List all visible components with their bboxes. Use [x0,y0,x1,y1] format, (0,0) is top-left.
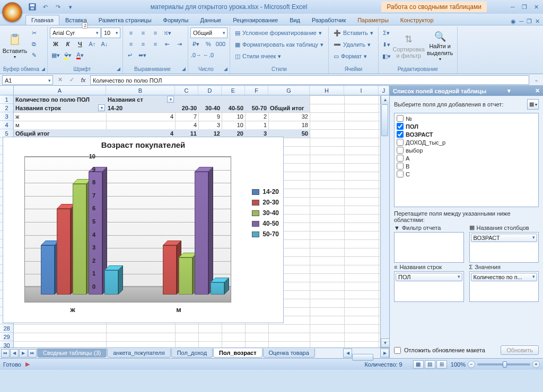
percent[interactable]: % [203,39,214,49]
office-button[interactable] [2,2,22,22]
ribbon-tab-5[interactable]: Рецензирование [227,15,284,25]
pane-drop[interactable]: ▾ [507,87,511,94]
zoom-slider[interactable] [477,363,530,366]
currency[interactable]: ₽▾ [190,39,202,49]
field-check-5[interactable] [397,155,404,162]
field-label-6[interactable]: В [406,163,409,170]
col-header-J[interactable]: J [379,86,389,95]
cell-r3c5[interactable]: 2 [245,112,268,121]
sheet-tab-0[interactable]: Сводные таблицы (3) [37,349,107,358]
field-check-1[interactable] [397,123,404,130]
delete-cells[interactable]: ➖Удалить▾ [331,39,376,50]
layout-options[interactable]: ▦ [527,99,539,110]
scroll-up[interactable]: ▲ [381,95,389,104]
field-check-2[interactable] [397,131,404,138]
inc-decimal[interactable]: .0→ [190,50,202,60]
col-header-A[interactable]: A [14,86,106,95]
qat-more[interactable]: ▾ [65,2,76,12]
help-icon[interactable]: ◉ [511,18,516,25]
cell-r3c6[interactable]: 32 [268,112,310,121]
cell-r4c4[interactable]: 10 [222,121,245,129]
field-label-3[interactable]: ДОХОД_тыс_р [406,139,445,146]
zoom-in[interactable]: + [532,361,540,368]
insert-cells[interactable]: ➕Вставить▾ [331,28,376,38]
vscroll-track[interactable] [381,104,389,338]
align-left[interactable]: ≡ [125,39,137,49]
view-page-break[interactable]: ⊞ [436,360,447,369]
window-close[interactable]: ✕ [531,4,541,11]
col-header-G[interactable]: G [268,86,310,95]
borders-button[interactable]: ▦▾ [50,50,62,60]
col-header-F[interactable]: F [245,86,268,95]
pane-close[interactable]: ✕ [535,87,540,94]
copy-button[interactable]: ⧉ [28,39,40,49]
area-rows[interactable]: ПОЛ [394,271,464,302]
doc-close[interactable]: ✕ [535,18,540,25]
row-header-28[interactable]: 28 [0,324,13,333]
field-label-7[interactable]: С [406,171,410,177]
autosum[interactable]: Σ▾ [381,28,392,38]
font-name-combo[interactable]: Arial Cyr [50,28,101,38]
field-check-0[interactable] [397,115,404,122]
ribbon-tab-8[interactable]: Параметры [352,15,395,25]
expand-formula-bar[interactable]: ⌄ [531,75,541,85]
cell-r3c1[interactable]: 4 [106,112,175,121]
zoom-level[interactable]: 100% [451,361,466,368]
field-check-3[interactable] [397,139,404,146]
cell-r1c0[interactable]: Количество по полю ПОЛ [14,95,106,104]
clear[interactable]: ◧▾ [381,51,392,61]
format-as-table[interactable]: ▦Форматировать как таблицу▾ [232,39,326,50]
cell-r2c0[interactable]: Названия строк [14,104,106,112]
clipboard-dialog[interactable]: ◢ [41,66,45,72]
row-header-2[interactable]: 2 [0,104,13,112]
cell-r2c2[interactable]: 20-30 [175,104,198,112]
rows-item[interactable]: ПОЛ [396,273,462,281]
indent-inc[interactable]: ⇥ [174,39,186,49]
col-header-C[interactable]: C [175,86,198,95]
col-header-D[interactable]: D [198,86,222,95]
font-color[interactable]: A▾ [74,50,86,60]
format-painter[interactable]: ✎ [28,50,40,60]
update-button[interactable]: Обновить [501,345,539,355]
ribbon-tab-7[interactable]: Разработчик [306,15,352,25]
indent-dec[interactable]: ⇤ [162,39,173,49]
sort-filter[interactable]: ⇅ Сортировка и фильтр [394,28,424,66]
align-middle[interactable]: ≡ [137,28,149,38]
embedded-chart[interactable]: Возраст покупателей жм 14-2020-3030-4040… [3,137,284,323]
scroll-left[interactable]: ◀ [343,349,352,358]
formula-input[interactable]: Количество по полю ПОЛ [90,75,529,85]
tab-prev[interactable]: ◀ [10,349,19,358]
comma-style[interactable]: 000 [215,39,226,49]
underline-button[interactable]: Ч [74,39,86,49]
align-center[interactable]: ≡ [137,39,149,49]
doc-restore[interactable]: ❐ [527,18,532,25]
dec-decimal[interactable]: ←.0 [203,50,214,60]
align-bottom[interactable]: ≡ [150,28,161,38]
row-header-30[interactable]: 30 [0,341,13,348]
field-label-4[interactable]: выбор [406,147,423,154]
qat-save[interactable] [27,2,38,12]
tab-last[interactable]: ⏭ [28,349,37,358]
align-dialog[interactable]: ◢ [182,66,186,72]
align-top[interactable]: ≡ [125,28,137,38]
ribbon-tab-0[interactable]: Главная [25,15,59,25]
cell-r4c5[interactable]: 1 [245,121,268,129]
field-label-2[interactable]: ВОЗРАСТ [406,131,433,138]
cell-r3c0[interactable]: ж [14,112,106,121]
area-cols[interactable]: ВОЗРАСТ [469,232,539,263]
sheet-tab-3[interactable]: Пол_возраст [213,349,262,358]
cell-r4c0[interactable]: м [14,121,106,129]
cell-r3c3[interactable]: 9 [198,112,222,121]
col-header-B[interactable]: B [106,86,175,95]
grow-font[interactable]: A↑ [86,39,98,49]
field-label-1[interactable]: ПОЛ [406,123,418,130]
ribbon-tab-4[interactable]: Данные [194,15,227,25]
zoom-out[interactable]: − [468,361,475,368]
number-format-combo[interactable]: Общий [190,28,227,38]
cut-button[interactable]: ✂ [28,28,40,38]
scroll-down[interactable]: ▼ [381,338,389,348]
row-header-1[interactable]: 1 [0,95,13,104]
cell-r4c2[interactable]: 4 [175,121,198,129]
window-restore[interactable]: ❐ [520,4,529,11]
cell-r4c6[interactable]: 18 [268,121,310,129]
